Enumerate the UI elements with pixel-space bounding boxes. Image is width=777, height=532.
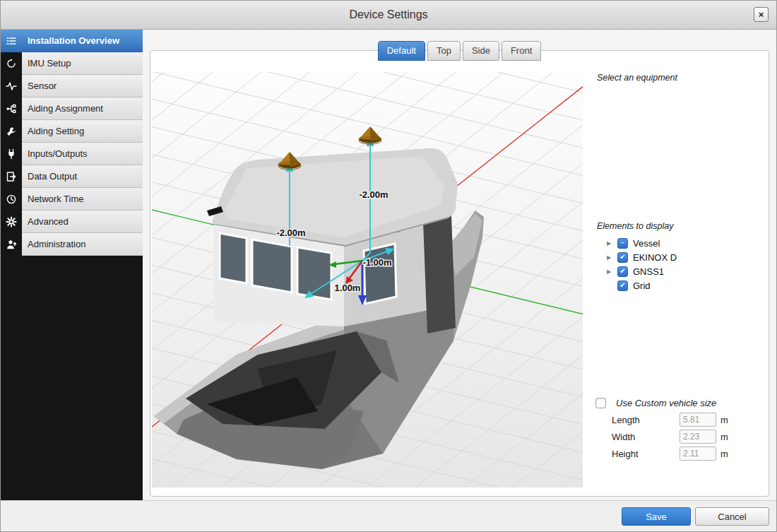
dimension-row-width: Width m [612,428,728,445]
measurement-label: 1.00m [335,283,361,293]
sidebar-item-advanced[interactable]: Advanced [1,211,143,233]
view-tabs: Default Top Side Front [143,41,776,61]
nodes-icon [1,97,22,120]
expand-arrow-icon[interactable]: ▶ [607,240,617,247]
tree-item-gnss1[interactable]: ▶ ✔ GNSS1 [607,264,677,278]
gnss-antenna-2[interactable] [359,126,381,144]
sidebar-item-label: Network Time [22,188,143,211]
vessel-model[interactable] [154,148,484,469]
gyro-icon [1,52,22,75]
use-custom-vehicle-size[interactable]: Use Custom vehicle size [595,398,716,408]
vehicle-dimensions: Length m Width m Height m [612,411,728,462]
user-icon [1,233,22,256]
tree-item-grid[interactable]: ✔ Grid [607,278,677,292]
sidebar-item-data-output[interactable]: Data Output [1,165,143,188]
3d-scene: -2.00m -2.00m -1.00m 1.00m [152,72,583,487]
close-icon[interactable]: × [754,7,769,22]
width-unit: m [720,432,728,442]
tree-item-ekinox-d[interactable]: ▶ ✔ EKINOX D [607,250,677,264]
checklist-icon [1,30,22,52]
sidebar-item-label: IMU Setup [22,52,143,75]
checkbox-unchecked[interactable] [595,398,606,408]
sidebar: Installation Overview IMU Setup Sensor A… [1,30,143,501]
measurement-label: -2.00m [359,189,388,200]
expand-arrow-icon[interactable]: ▶ [607,254,617,261]
dimension-row-height: Height m [612,445,728,462]
checkbox-partial[interactable]: − [617,238,628,249]
sidebar-item-network-time[interactable]: Network Time [1,188,143,211]
expand-arrow-icon[interactable]: ▶ [607,268,617,275]
tab-default[interactable]: Default [378,41,425,61]
cancel-button[interactable]: Cancel [695,507,769,526]
clock-icon [1,188,22,211]
width-label: Width [612,432,680,442]
checkbox-checked[interactable]: ✔ [617,266,628,277]
titlebar: Device Settings × [1,1,776,30]
sidebar-item-label: Aiding Assignment [22,97,143,120]
sidebar-item-label: Installation Overview [22,30,143,52]
tree-item-label: GNSS1 [633,266,664,277]
plug-icon [1,143,22,165]
sidebar-item-aiding-setting[interactable]: Aiding Setting [1,120,143,143]
export-icon [1,165,22,188]
tree-item-label: EKINOX D [633,252,677,263]
tab-front[interactable]: Front [502,41,541,61]
main-content: Default Top Side Front [143,30,776,501]
checkbox-checked[interactable]: ✔ [617,280,628,291]
sidebar-item-administration[interactable]: Administration [1,233,143,256]
device-settings-window: Device Settings × Installation Overview … [0,0,777,532]
sidebar-item-label: Advanced [22,211,143,233]
sidebar-item-label: Inputs/Outputs [22,143,143,165]
sidebar-item-sensor[interactable]: Sensor [1,75,143,97]
length-label: Length [612,415,680,425]
height-field[interactable] [680,447,716,461]
select-equipment-heading: Select an equipment [597,73,677,83]
length-field[interactable] [680,413,716,427]
height-label: Height [612,449,680,459]
height-unit: m [720,449,728,459]
elements-to-display-heading: Elements to display [597,221,673,231]
sidebar-item-label: Aiding Setting [22,120,143,143]
sidebar-item-installation-overview[interactable]: Installation Overview [1,30,143,52]
sidebar-item-inputs-outputs[interactable]: Inputs/Outputs [1,143,143,165]
tree-item-label: Vessel [633,238,660,249]
sidebar-item-label: Administration [22,233,143,256]
tree-item-vessel[interactable]: ▶ − Vessel [607,236,677,250]
length-unit: m [720,415,728,425]
tab-side[interactable]: Side [463,41,499,61]
measurement-label: -2.00m [276,227,305,238]
gear-icon [1,211,22,233]
tab-top[interactable]: Top [427,41,461,61]
checkbox-checked[interactable]: ✔ [617,252,628,263]
display-elements-tree: ▶ − Vessel ▶ ✔ EKINOX D ▶ ✔ GNSS1 ✔ [607,236,677,292]
sidebar-item-label: Data Output [22,165,143,188]
window-title: Device Settings [1,1,776,29]
width-field[interactable] [680,430,716,444]
sidebar-item-imu-setup[interactable]: IMU Setup [1,52,143,75]
save-button[interactable]: Save [622,507,691,526]
footer-bar: Save Cancel [1,500,776,531]
wrench-icon [1,120,22,143]
waveform-icon [1,75,22,97]
custom-size-label: Use Custom vehicle size [616,398,716,408]
measurement-label: -1.00m [362,257,391,268]
tree-item-label: Grid [633,280,651,291]
sidebar-item-aiding-assignment[interactable]: Aiding Assignment [1,97,143,120]
sidebar-item-label: Sensor [22,75,143,97]
settings-panel: -2.00m -2.00m -1.00m 1.00m Select an equ… [150,50,769,497]
dimension-row-length: Length m [612,411,728,428]
3d-viewport[interactable]: -2.00m -2.00m -1.00m 1.00m [152,72,583,487]
